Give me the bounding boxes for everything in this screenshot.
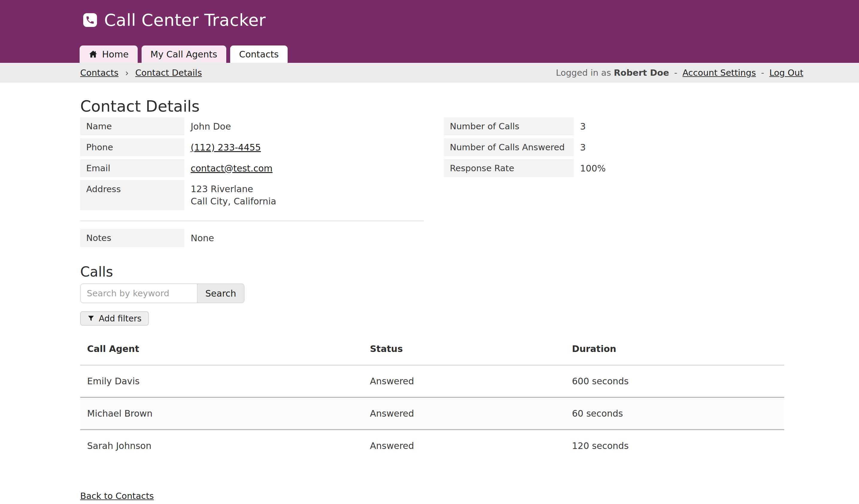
breadcrumb-contacts-link[interactable]: Contacts <box>80 67 119 78</box>
email-label: Email <box>80 159 184 177</box>
name-label: Name <box>80 117 184 135</box>
phone-link[interactable]: (112) 233-4455 <box>191 142 261 153</box>
cell-call-agent: Sarah Johnson <box>80 430 363 462</box>
cell-status: Answered <box>363 430 565 462</box>
number-of-calls-label: Number of Calls <box>444 117 574 135</box>
table-row: Sarah Johnson Answered 120 seconds <box>80 430 784 462</box>
field-row-response-rate: Response Rate 100% <box>444 159 606 177</box>
name-value: John Doe <box>191 117 231 135</box>
add-filters-label: Add filters <box>99 314 141 323</box>
main-nav: Home My Call Agents Contacts <box>80 45 288 63</box>
app-brand: Call Center Tracker <box>83 10 266 30</box>
col-header-status: Status <box>363 335 565 365</box>
search-button[interactable]: Search <box>197 284 244 303</box>
app-header: Call Center Tracker Home My Call Agents … <box>0 0 859 63</box>
table-row: Emily Davis Answered 600 seconds <box>80 365 784 397</box>
field-row-phone: Phone (112) 233-4455 <box>80 138 424 156</box>
email-link[interactable]: contact@test.com <box>191 163 273 173</box>
response-rate-value: 100% <box>580 159 606 177</box>
col-header-duration: Duration <box>565 335 784 365</box>
table-row: Michael Brown Answered 60 seconds <box>80 397 784 430</box>
cell-duration: 600 seconds <box>565 365 784 397</box>
search-input[interactable] <box>80 284 197 303</box>
field-row-address: Address 123 Riverlane Call City, Califor… <box>80 180 424 210</box>
tab-contacts-label: Contacts <box>239 49 278 60</box>
breadcrumb-separator-icon: › <box>125 67 129 78</box>
app-title: Call Center Tracker <box>104 10 266 30</box>
tab-my-call-agents-label: My Call Agents <box>151 49 217 60</box>
tab-contacts[interactable]: Contacts <box>230 45 288 63</box>
log-out-link[interactable]: Log Out <box>769 67 803 78</box>
logged-in-text: Logged in as <box>556 67 611 78</box>
footer-nav: Back to Contacts <box>80 491 784 501</box>
page-title: Contact Details <box>80 97 784 115</box>
calls-section-title: Calls <box>80 264 784 279</box>
breadcrumb: Contacts › Contact Details <box>80 67 202 78</box>
contact-details-section: Name John Doe Phone (112) 233-4455 Email… <box>80 117 784 247</box>
field-row-email: Email contact@test.com <box>80 159 424 177</box>
field-row-number-of-calls: Number of Calls 3 <box>444 117 606 135</box>
field-row-name: Name John Doe <box>80 117 424 135</box>
cell-duration: 60 seconds <box>565 397 784 430</box>
contact-details-left-column: Name John Doe Phone (112) 233-4455 Email… <box>80 117 424 247</box>
tab-home[interactable]: Home <box>80 45 138 63</box>
response-rate-label: Response Rate <box>444 159 574 177</box>
home-icon <box>89 50 97 59</box>
notes-label: Notes <box>80 229 184 247</box>
calls-table-header-row: Call Agent Status Duration <box>80 335 784 365</box>
breadcrumb-contact-details-link[interactable]: Contact Details <box>135 67 202 78</box>
back-to-contacts-link[interactable]: Back to Contacts <box>80 491 154 501</box>
contact-stats-column: Number of Calls 3 Number of Calls Answer… <box>444 117 606 247</box>
calls-search: Search <box>80 284 784 303</box>
main-content: Contact Details Name John Doe Phone (112… <box>0 97 859 501</box>
field-row-calls-answered: Number of Calls Answered 3 <box>444 138 606 156</box>
phone-icon <box>83 13 97 27</box>
breadcrumb-bar: Contacts › Contact Details Logged in as … <box>0 63 859 82</box>
notes-value: None <box>191 229 214 247</box>
field-row-notes: Notes None <box>80 229 424 247</box>
add-filters-button[interactable]: Add filters <box>80 311 149 326</box>
tab-my-call-agents[interactable]: My Call Agents <box>141 45 226 63</box>
details-divider <box>80 220 424 221</box>
account-settings-link[interactable]: Account Settings <box>682 67 756 78</box>
session-info: Logged in as Robert Doe - Account Settin… <box>556 67 803 78</box>
address-label: Address <box>80 180 184 210</box>
cell-duration: 120 seconds <box>565 430 784 462</box>
cell-status: Answered <box>363 365 565 397</box>
calls-answered-value: 3 <box>580 138 586 156</box>
tab-home-label: Home <box>102 49 129 60</box>
calls-table: Call Agent Status Duration Emily Davis A… <box>80 335 784 461</box>
address-value: 123 Riverlane Call City, California <box>191 180 276 210</box>
number-of-calls-value: 3 <box>580 117 586 135</box>
filter-icon <box>87 315 94 322</box>
cell-call-agent: Emily Davis <box>80 365 363 397</box>
cell-call-agent: Michael Brown <box>80 397 363 430</box>
logged-in-user: Robert Doe <box>614 67 669 78</box>
col-header-call-agent: Call Agent <box>80 335 363 365</box>
calls-answered-label: Number of Calls Answered <box>444 138 574 156</box>
phone-label: Phone <box>80 138 184 156</box>
cell-status: Answered <box>363 397 565 430</box>
